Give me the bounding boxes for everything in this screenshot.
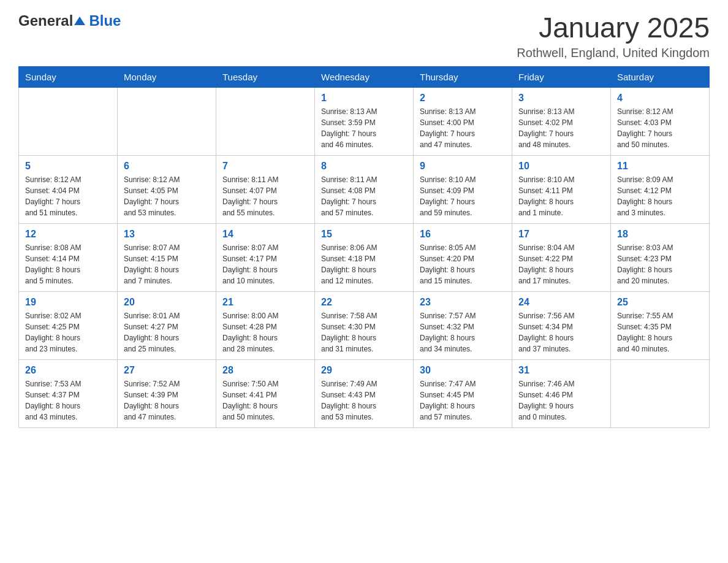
day-info: Sunrise: 7:56 AM Sunset: 4:34 PM Dayligh… [518,310,604,354]
weekday-header-tuesday: Tuesday [216,66,315,87]
calendar-cell: 19Sunrise: 8:02 AM Sunset: 4:25 PM Dayli… [19,291,118,359]
day-info: Sunrise: 8:12 AM Sunset: 4:03 PM Dayligh… [617,106,703,150]
day-number: 2 [420,93,506,104]
calendar-cell: 29Sunrise: 7:49 AM Sunset: 4:43 PM Dayli… [315,359,414,427]
day-number: 28 [222,365,308,376]
calendar-cell: 30Sunrise: 7:47 AM Sunset: 4:45 PM Dayli… [414,359,512,427]
day-number: 14 [222,229,308,240]
calendar-cell: 2Sunrise: 8:13 AM Sunset: 4:00 PM Daylig… [414,87,512,155]
day-info: Sunrise: 8:11 AM Sunset: 4:08 PM Dayligh… [321,174,407,218]
day-info: Sunrise: 8:07 AM Sunset: 4:17 PM Dayligh… [222,242,308,286]
day-info: Sunrise: 8:03 AM Sunset: 4:23 PM Dayligh… [617,242,703,286]
day-number: 27 [124,365,210,376]
day-number: 12 [25,229,111,240]
day-number: 31 [518,365,604,376]
day-info: Sunrise: 8:08 AM Sunset: 4:14 PM Dayligh… [25,242,111,286]
day-number: 9 [420,161,506,172]
calendar-header-row: SundayMondayTuesdayWednesdayThursdayFrid… [19,66,710,87]
calendar-table: SundayMondayTuesdayWednesdayThursdayFrid… [18,66,710,428]
logo-general: General [18,12,73,29]
day-number: 6 [124,161,210,172]
title-section: January 2025 Rothwell, England, United K… [517,12,710,60]
weekday-header-thursday: Thursday [414,66,512,87]
calendar-cell: 18Sunrise: 8:03 AM Sunset: 4:23 PM Dayli… [611,223,710,291]
page-header: General Blue January 2025 Rothwell, Engl… [18,12,710,60]
day-info: Sunrise: 7:49 AM Sunset: 4:43 PM Dayligh… [321,378,407,423]
day-number: 4 [617,93,703,104]
day-info: Sunrise: 8:01 AM Sunset: 4:27 PM Dayligh… [124,310,210,354]
day-info: Sunrise: 8:11 AM Sunset: 4:07 PM Dayligh… [222,174,308,218]
day-number: 8 [321,161,407,172]
calendar-cell: 5Sunrise: 8:12 AM Sunset: 4:04 PM Daylig… [19,155,118,223]
calendar-cell: 31Sunrise: 7:46 AM Sunset: 4:46 PM Dayli… [512,359,611,427]
day-number: 30 [420,365,506,376]
calendar-cell: 26Sunrise: 7:53 AM Sunset: 4:37 PM Dayli… [19,359,118,427]
calendar-cell: 11Sunrise: 8:09 AM Sunset: 4:12 PM Dayli… [611,155,710,223]
day-info: Sunrise: 7:53 AM Sunset: 4:37 PM Dayligh… [25,378,111,423]
day-info: Sunrise: 7:52 AM Sunset: 4:39 PM Dayligh… [124,378,210,423]
calendar-cell: 23Sunrise: 7:57 AM Sunset: 4:32 PM Dayli… [414,291,512,359]
calendar-cell: 28Sunrise: 7:50 AM Sunset: 4:41 PM Dayli… [216,359,315,427]
day-number: 23 [420,297,506,308]
calendar-week-row: 12Sunrise: 8:08 AM Sunset: 4:14 PM Dayli… [19,223,710,291]
calendar-cell [118,87,216,155]
calendar-week-row: 26Sunrise: 7:53 AM Sunset: 4:37 PM Dayli… [19,359,710,427]
calendar-cell: 13Sunrise: 8:07 AM Sunset: 4:15 PM Dayli… [118,223,216,291]
calendar-cell: 4Sunrise: 8:12 AM Sunset: 4:03 PM Daylig… [611,87,710,155]
day-number: 24 [518,297,604,308]
calendar-cell: 14Sunrise: 8:07 AM Sunset: 4:17 PM Dayli… [216,223,315,291]
day-number: 15 [321,229,407,240]
day-number: 22 [321,297,407,308]
day-number: 1 [321,93,407,104]
day-info: Sunrise: 8:02 AM Sunset: 4:25 PM Dayligh… [25,310,111,354]
day-number: 11 [617,161,703,172]
weekday-header-monday: Monday [118,66,216,87]
calendar-cell: 12Sunrise: 8:08 AM Sunset: 4:14 PM Dayli… [19,223,118,291]
calendar-cell: 9Sunrise: 8:10 AM Sunset: 4:09 PM Daylig… [414,155,512,223]
day-info: Sunrise: 8:04 AM Sunset: 4:22 PM Dayligh… [518,242,604,286]
calendar-cell: 7Sunrise: 8:11 AM Sunset: 4:07 PM Daylig… [216,155,315,223]
calendar-cell: 21Sunrise: 8:00 AM Sunset: 4:28 PM Dayli… [216,291,315,359]
logo: General Blue [18,12,121,29]
calendar-week-row: 1Sunrise: 8:13 AM Sunset: 3:59 PM Daylig… [19,87,710,155]
month-year-title: January 2025 [517,12,710,44]
day-info: Sunrise: 8:13 AM Sunset: 4:00 PM Dayligh… [420,106,506,150]
day-info: Sunrise: 8:10 AM Sunset: 4:11 PM Dayligh… [518,174,604,218]
day-number: 19 [25,297,111,308]
day-info: Sunrise: 7:47 AM Sunset: 4:45 PM Dayligh… [420,378,506,423]
day-info: Sunrise: 8:12 AM Sunset: 4:04 PM Dayligh… [25,174,111,218]
day-info: Sunrise: 8:13 AM Sunset: 4:02 PM Dayligh… [518,106,604,150]
calendar-cell: 15Sunrise: 8:06 AM Sunset: 4:18 PM Dayli… [315,223,414,291]
day-number: 5 [25,161,111,172]
day-number: 21 [222,297,308,308]
calendar-cell: 17Sunrise: 8:04 AM Sunset: 4:22 PM Dayli… [512,223,611,291]
day-info: Sunrise: 8:05 AM Sunset: 4:20 PM Dayligh… [420,242,506,286]
calendar-cell: 6Sunrise: 8:12 AM Sunset: 4:05 PM Daylig… [118,155,216,223]
day-info: Sunrise: 8:13 AM Sunset: 3:59 PM Dayligh… [321,106,407,150]
calendar-cell: 27Sunrise: 7:52 AM Sunset: 4:39 PM Dayli… [118,359,216,427]
day-number: 13 [124,229,210,240]
weekday-header-friday: Friday [512,66,611,87]
calendar-cell: 10Sunrise: 8:10 AM Sunset: 4:11 PM Dayli… [512,155,611,223]
weekday-header-wednesday: Wednesday [315,66,414,87]
day-info: Sunrise: 8:10 AM Sunset: 4:09 PM Dayligh… [420,174,506,218]
day-info: Sunrise: 8:09 AM Sunset: 4:12 PM Dayligh… [617,174,703,218]
day-number: 29 [321,365,407,376]
weekday-header-sunday: Sunday [19,66,118,87]
day-number: 20 [124,297,210,308]
weekday-header-saturday: Saturday [611,66,710,87]
calendar-week-row: 5Sunrise: 8:12 AM Sunset: 4:04 PM Daylig… [19,155,710,223]
day-number: 3 [518,93,604,104]
logo-triangle-icon [74,17,85,25]
day-number: 16 [420,229,506,240]
calendar-cell: 22Sunrise: 7:58 AM Sunset: 4:30 PM Dayli… [315,291,414,359]
calendar-cell: 25Sunrise: 7:55 AM Sunset: 4:35 PM Dayli… [611,291,710,359]
day-number: 10 [518,161,604,172]
location-subtitle: Rothwell, England, United Kingdom [517,46,710,60]
day-number: 17 [518,229,604,240]
day-number: 7 [222,161,308,172]
day-number: 25 [617,297,703,308]
calendar-week-row: 19Sunrise: 8:02 AM Sunset: 4:25 PM Dayli… [19,291,710,359]
day-info: Sunrise: 7:57 AM Sunset: 4:32 PM Dayligh… [420,310,506,354]
logo-blue: Blue [89,12,121,29]
